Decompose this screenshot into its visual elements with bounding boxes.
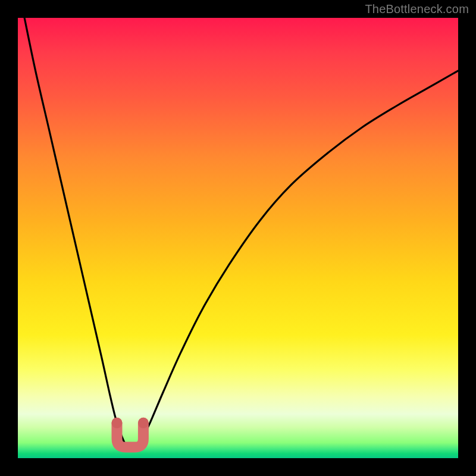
optimal-marker-dot-right (138, 418, 149, 428)
plot-area (18, 18, 458, 458)
curve-layer (18, 18, 458, 458)
chart-frame: TheBottleneck.com (0, 0, 476, 476)
optimal-marker (117, 423, 143, 447)
bottleneck-curve (24, 18, 458, 447)
optimal-marker-dot-left (112, 418, 123, 428)
site-watermark: TheBottleneck.com (365, 2, 469, 16)
